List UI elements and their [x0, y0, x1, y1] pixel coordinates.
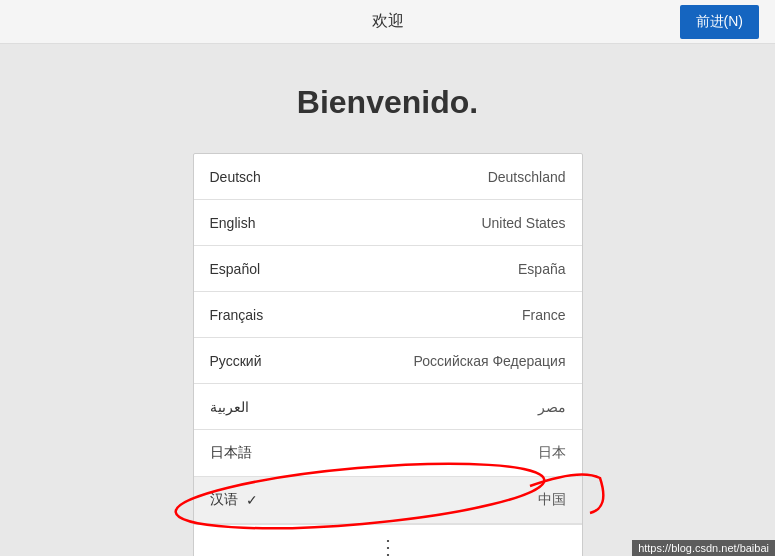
welcome-title: Bienvenido. [297, 84, 478, 121]
lang-name-ru: Русский [210, 353, 262, 369]
top-bar-title: 欢迎 [372, 11, 404, 32]
lang-region-fr: France [522, 307, 566, 323]
language-item-de[interactable]: DeutschDeutschland [194, 154, 582, 200]
language-item-ja[interactable]: 日本語日本 [194, 430, 582, 477]
lang-region-en: United States [481, 215, 565, 231]
language-item-en[interactable]: EnglishUnited States [194, 200, 582, 246]
lang-name-zh: 汉语✓ [210, 491, 258, 509]
language-item-zh[interactable]: 汉语✓中国 [194, 477, 582, 524]
lang-region-ru: Российская Федерация [414, 353, 566, 369]
language-item-es[interactable]: EspañolEspaña [194, 246, 582, 292]
lang-region-zh: 中国 [538, 491, 566, 509]
top-bar: 欢迎 前进(N) [0, 0, 775, 44]
lang-name-es: Español [210, 261, 261, 277]
lang-name-fr: Français [210, 307, 264, 323]
lang-name-ar: العربية [210, 399, 249, 415]
checkmark-icon: ✓ [246, 492, 258, 508]
language-item-ru[interactable]: РусскийРоссийская Федерация [194, 338, 582, 384]
lang-region-ar: مصر [538, 399, 566, 415]
lang-name-ja: 日本語 [210, 444, 252, 462]
language-list: DeutschDeutschlandEnglishUnited StatesEs… [193, 153, 583, 556]
lang-region-ja: 日本 [538, 444, 566, 462]
more-options-button[interactable]: ⋮ [194, 524, 582, 556]
next-button[interactable]: 前进(N) [680, 5, 759, 39]
main-content: Bienvenido. DeutschDeutschlandEnglishUni… [0, 44, 775, 556]
language-item-ar[interactable]: العربيةمصر [194, 384, 582, 430]
language-item-fr[interactable]: FrançaisFrance [194, 292, 582, 338]
lang-name-de: Deutsch [210, 169, 261, 185]
bottom-url: https://blog.csdn.net/baibai [632, 540, 775, 556]
lang-name-en: English [210, 215, 256, 231]
lang-region-de: Deutschland [488, 169, 566, 185]
lang-region-es: España [518, 261, 565, 277]
